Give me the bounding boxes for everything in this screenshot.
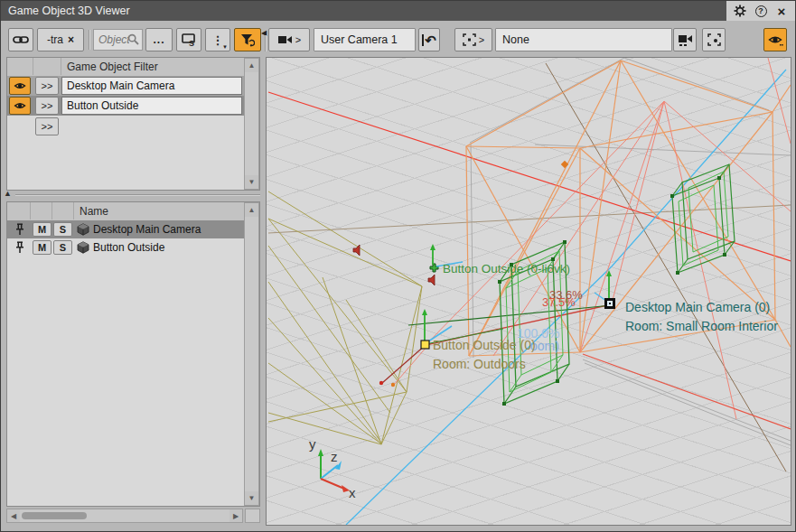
object-row-name: Desktop Main Camera [93, 223, 201, 236]
objects-scrollbar[interactable]: ▲ ▼ [244, 202, 259, 506]
objects-header-pin-col [7, 202, 31, 219]
orange-point-marker [391, 383, 395, 387]
objects-header-m-col [31, 202, 52, 219]
filter-row-name[interactable]: Button Outside [61, 97, 242, 115]
display-s-icon: S [182, 33, 196, 47]
filter-row-eye-button[interactable] [9, 77, 31, 95]
object-select-button[interactable]: S [53, 240, 72, 255]
object-row-selected[interactable]: M S Desktop Main Camera [7, 220, 244, 238]
scroll-up-icon[interactable]: ▲ [245, 203, 258, 217]
panel-splitter[interactable] [15, 194, 260, 196]
splitter-collapse-icon[interactable]: ▲ [4, 189, 12, 198]
filter-row-empty: >> [7, 116, 244, 135]
camera-select-button[interactable]: > [268, 28, 310, 51]
filter-row-eye-button[interactable] [9, 97, 31, 115]
eye-icon [768, 34, 783, 46]
button-selection-handle[interactable] [421, 341, 429, 349]
cube-icon [77, 241, 89, 254]
filter-row-expand-button[interactable]: >> [35, 77, 59, 95]
pin-icon[interactable] [14, 241, 25, 254]
video-camera-small-icon [678, 34, 693, 46]
link-button[interactable] [8, 28, 33, 51]
display-settings-button[interactable]: S [176, 28, 201, 51]
chevron-icon: > [479, 34, 484, 45]
scroll-left-icon[interactable]: ◀ [7, 509, 20, 522]
search-icon [127, 33, 139, 45]
filter-row-expand-button[interactable]: >> [35, 97, 59, 115]
filter-row-expand-button[interactable]: >> [35, 117, 59, 135]
undo-arrow-icon: ↶ [422, 34, 436, 46]
hscroll-thumb[interactable] [22, 512, 87, 519]
help-icon[interactable]: ? [754, 4, 768, 18]
focus-selection-button[interactable] [702, 28, 726, 51]
titlebar-button-group: ? × [726, 1, 795, 21]
game-object-filter-panel: Game Object Filter >> Desktop Main Camer… [6, 57, 260, 191]
chevron-icon: > [295, 34, 301, 45]
room-select-button[interactable]: > [454, 28, 492, 51]
toolbar-separator-2 [265, 35, 267, 51]
button-outside-full-label: Button Outside (0-li6vk) [443, 262, 570, 275]
desktop-camera-label: Desktop Main Camera (0) [625, 300, 770, 314]
object-row[interactable]: M S Button Outside [7, 238, 244, 257]
object-move-button[interactable]: M [33, 240, 52, 255]
button-outside-label: Button Outside (0) [433, 338, 536, 352]
filter-toggle-button[interactable] [234, 28, 261, 51]
filter-header-title: Game Object Filter [61, 58, 244, 75]
axis-z-label: z [331, 449, 338, 464]
filter-tag-chip[interactable]: -tra × [37, 28, 84, 51]
room-interior-label: Room: Small Room Interior [625, 319, 778, 333]
room-outdoors-label: Room: Outdoors [433, 357, 526, 371]
room-field[interactable] [495, 28, 672, 51]
camera-frustum-olive [268, 191, 422, 444]
menu-caret-icon: ▼ [222, 44, 228, 50]
window-title: Game Object 3D Viewer [8, 5, 130, 17]
scroll-down-icon[interactable]: ▼ [245, 175, 258, 189]
settings-gear-icon[interactable] [733, 4, 747, 18]
red-point-marker [379, 381, 383, 385]
ground-line [268, 205, 791, 233]
filter-scrollbar[interactable]: ▲ ▼ [244, 58, 259, 190]
close-icon[interactable]: × [774, 4, 789, 18]
toolbar-separator [89, 30, 90, 50]
scroll-right-icon[interactable]: ▶ [229, 509, 242, 522]
filter-tag-label: -tra [47, 33, 63, 46]
gray-wireframe [470, 58, 791, 445]
video-camera-icon [277, 34, 293, 45]
objects-header-s-col [52, 202, 74, 219]
camera-view-button[interactable] [673, 28, 697, 51]
pin-icon[interactable] [14, 223, 25, 236]
more-options-button[interactable]: ... [145, 28, 173, 51]
axis-y-label: y [309, 436, 316, 452]
camera-selection-handle[interactable] [604, 298, 615, 309]
visibility-toggle-button[interactable] [763, 28, 787, 51]
object-select-button[interactable]: S [53, 222, 72, 237]
reset-camera-button[interactable]: ↶ [418, 28, 440, 51]
viewport-canvas[interactable]: Button Outside (0-li6vk) 33.6% 37.5% 100… [266, 57, 791, 526]
filter-header-visibility-col [7, 58, 33, 75]
filter-row[interactable]: >> Desktop Main Camera [7, 76, 244, 96]
audio-gizmo-icon [428, 275, 435, 285]
scene-wireframes [267, 58, 791, 525]
svg-text:S: S [189, 39, 194, 47]
menu-button[interactable]: ⋮ ▼ [205, 28, 230, 51]
filter-tag-close-icon[interactable]: × [68, 33, 74, 46]
objects-panel-header: Name [7, 202, 259, 221]
focus-frame-icon [707, 33, 721, 46]
filter-panel-header: Game Object Filter [7, 58, 259, 77]
plus-gizmo-icon [430, 264, 438, 272]
objects-list-panel: Name M S Desktop Main Camera [6, 201, 260, 507]
objects-header-name: Name [74, 202, 244, 219]
titlebar[interactable]: Game Object 3D Viewer ? × [1, 1, 795, 21]
scrollbar-corner [245, 509, 260, 523]
user-camera-field[interactable] [314, 28, 416, 51]
scroll-down-icon[interactable]: ▼ [245, 491, 258, 505]
scroll-up-icon[interactable]: ▲ [245, 59, 258, 72]
filter-header-expand-col [33, 58, 61, 75]
object-move-button[interactable]: M [33, 222, 52, 237]
chain-link-icon [13, 34, 29, 45]
filter-row[interactable]: >> Button Outside [7, 96, 244, 116]
objects-hscrollbar[interactable]: ◀ ▶ [6, 509, 243, 523]
ellipsis-icon: ... [153, 33, 164, 46]
axis-x-label: x [349, 485, 356, 500]
filter-row-name[interactable]: Desktop Main Camera [61, 77, 242, 95]
